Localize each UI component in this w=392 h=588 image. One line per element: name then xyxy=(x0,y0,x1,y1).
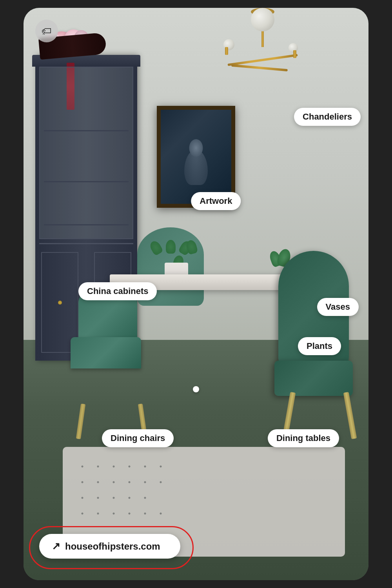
chair-leg-left-1 xyxy=(76,404,85,439)
hotspot-china-label: China cabinets xyxy=(87,286,148,296)
hotspot-chandeliers[interactable]: Chandeliers xyxy=(294,108,361,126)
cabinet-shelf-1 xyxy=(44,130,129,131)
hotspot-dining-tables-label: Dining tables xyxy=(276,433,330,443)
hotspot-china-cabinets[interactable]: China cabinets xyxy=(78,282,157,300)
hotspot-dining-tables[interactable]: Dining tables xyxy=(268,429,339,447)
hotspot-plants[interactable]: Plants xyxy=(298,337,341,355)
cabinet-handle-left xyxy=(58,301,62,305)
chair-left xyxy=(71,282,157,439)
chair-seat-left xyxy=(71,337,141,368)
hotspot-vases[interactable]: Vases xyxy=(317,298,359,316)
cabinet-glass-section xyxy=(39,67,133,239)
leaf-2 xyxy=(166,240,176,254)
hotspot-chandeliers-label: Chandeliers xyxy=(303,112,352,122)
hotspot-artwork-label: Artwork xyxy=(200,196,232,206)
hotspot-vases-label: Vases xyxy=(326,302,350,312)
chair-seat-right xyxy=(274,361,353,396)
chandelier-candle-left xyxy=(225,47,228,55)
tag-icon: 🏷 xyxy=(42,25,52,37)
painting-inner xyxy=(161,110,231,204)
chandelier-globe-main xyxy=(251,8,274,31)
chair-leg-right-2 xyxy=(343,392,357,439)
website-link-container: ↗ houseofhipsters.com xyxy=(39,534,180,559)
phone-frame: 🏷 Chandeliers Artwork China cabinets Vas… xyxy=(24,8,368,580)
cabinet-shelf-3 xyxy=(44,224,129,225)
hotspot-dining-chairs-label: Dining chairs xyxy=(111,433,165,443)
dot-indicator xyxy=(193,386,199,392)
hotspot-dining-chairs[interactable]: Dining chairs xyxy=(102,429,174,447)
hotspot-artwork[interactable]: Artwork xyxy=(191,192,241,210)
website-link-label: houseofhipsters.com xyxy=(65,541,160,552)
website-link-button[interactable]: ↗ houseofhipsters.com xyxy=(39,534,180,559)
link-arrow-icon: ↗ xyxy=(52,540,60,552)
chandelier-candle-right xyxy=(293,50,296,58)
hotspot-plants-label: Plants xyxy=(307,341,332,351)
cabinet-shelf-2 xyxy=(44,181,129,182)
tag-icon-button[interactable]: 🏷 xyxy=(35,20,58,42)
chandelier-body xyxy=(227,47,298,94)
